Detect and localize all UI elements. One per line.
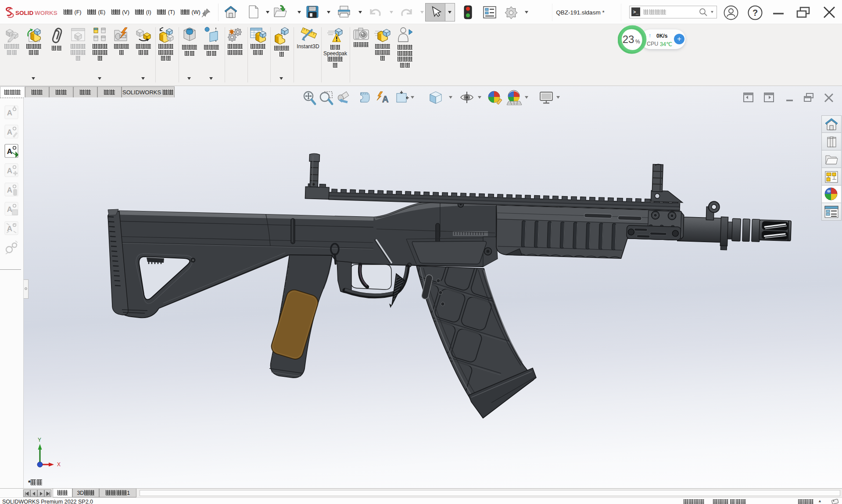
svg-text:%: % bbox=[635, 39, 640, 45]
svg-text:A: A bbox=[7, 128, 12, 136]
svg-text:Y: Y bbox=[38, 437, 41, 443]
svg-text:A: A bbox=[7, 205, 12, 214]
svg-text:A: A bbox=[7, 167, 12, 175]
svg-text:A: A bbox=[7, 186, 12, 194]
svg-text:WORKS: WORKS bbox=[35, 10, 57, 16]
svg-text:SOLID: SOLID bbox=[15, 10, 34, 16]
svg-text:X: X bbox=[57, 461, 61, 468]
svg-text:A: A bbox=[7, 109, 12, 117]
svg-text:?: ? bbox=[752, 8, 758, 18]
svg-text:A: A bbox=[7, 147, 12, 156]
svg-text:A: A bbox=[382, 94, 388, 104]
svg-text:23: 23 bbox=[623, 33, 634, 45]
